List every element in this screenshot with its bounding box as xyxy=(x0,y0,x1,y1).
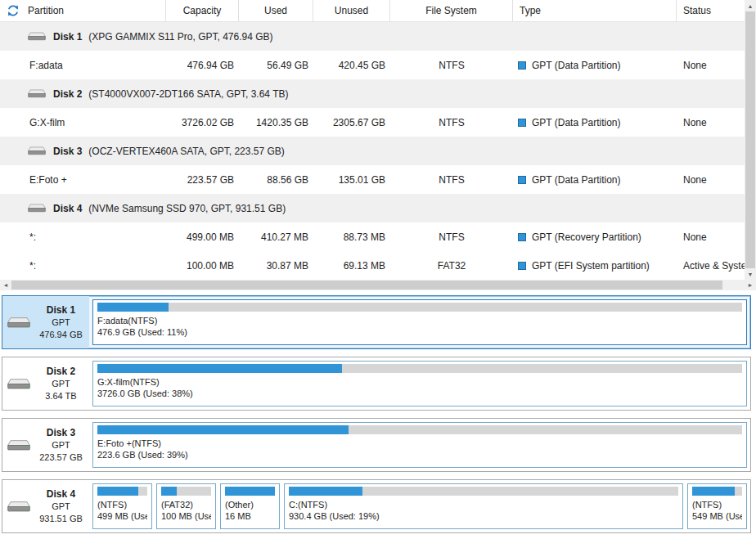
disk-meta: Disk 1 GPT 476.94 GB xyxy=(33,304,89,341)
disk-meta: Disk 3 GPT 223.57 GB xyxy=(33,427,89,464)
usage-strip xyxy=(692,487,742,496)
used-cell: 1420.35 GB xyxy=(239,117,313,128)
partition-row-recovery[interactable]: *: 499.00 MB 410.27 MB 88.73 MB NTFS GPT… xyxy=(0,222,745,251)
partition-label: (Other) xyxy=(225,499,275,510)
partition-type-color-icon xyxy=(518,233,526,241)
usage-strip xyxy=(97,425,742,434)
partition-block-gxfilm[interactable]: G:X-film(NTFS) 3726.0 GB (Used: 38%) xyxy=(92,361,747,406)
partition-detail: 100 MB (Used xyxy=(161,510,211,522)
disk-group-row-1[interactable]: Disk 1 (XPG GAMMIX S11 Pro, GPT, 476.94 … xyxy=(0,22,745,51)
disk-info: (ST4000VX007-2DT166 SATA, GPT, 3.64 TB) xyxy=(88,88,288,100)
disk-name: Disk 2 xyxy=(33,366,89,378)
partition-row-efi[interactable]: *: 100.00 MB 30.87 MB 69.13 MB FAT32 GPT… xyxy=(0,251,745,280)
partition-strip-area: E:Foto +(NTFS) 223.6 GB (Used: 39%) xyxy=(89,419,750,471)
partition-label: C:(NTFS) xyxy=(289,499,678,510)
disk-size: 3.64 TB xyxy=(33,390,89,402)
disk-name: Disk 3 xyxy=(33,427,89,439)
column-header-type[interactable]: Type xyxy=(513,0,677,21)
column-header-status[interactable]: Status xyxy=(677,0,745,21)
partition-block-fadata[interactable]: F:adata(NTFS) 476.9 GB (Used: 11%) xyxy=(92,299,747,345)
partition-block-recovery[interactable]: (NTFS) 499 MB (Used xyxy=(92,483,152,529)
partition-type-color-icon xyxy=(518,61,526,70)
vertical-scrollbar-thumb[interactable] xyxy=(745,11,755,268)
column-header-file-system[interactable]: File System xyxy=(390,0,513,21)
partition-name-cell: E:Foto + xyxy=(0,174,166,186)
partition-strip-area: G:X-film(NTFS) 3726.0 GB (Used: 38%) xyxy=(89,357,750,410)
column-header-unused[interactable]: Unused xyxy=(313,0,390,21)
partition-strip-area: F:adata(NTFS) 476.9 GB (Used: 11%) xyxy=(89,296,750,348)
scroll-right-icon[interactable]: ► xyxy=(745,280,756,290)
type-label: GPT (Data Partition) xyxy=(532,174,620,186)
horizontal-scrollbar-track[interactable] xyxy=(11,280,745,290)
disk-group-row-4[interactable]: Disk 4 (NVMe Samsung SSD 970, GPT, 931.5… xyxy=(0,194,745,222)
type-label: GPT (Data Partition) xyxy=(532,117,620,128)
hard-disk-icon xyxy=(7,316,31,330)
disk-group-row-3[interactable]: Disk 3 (OCZ-VERTEX460A SATA, GPT, 223.57… xyxy=(0,137,745,165)
vertical-scrollbar[interactable]: ▲ ▼ xyxy=(745,0,756,280)
disk-info: (NVMe Samsung SSD 970, GPT, 931.51 GB) xyxy=(88,203,286,214)
partition-row-gxfilm[interactable]: G:X-film 3726.02 GB 1420.35 GB 2305.67 G… xyxy=(0,108,745,137)
used-cell: 30.87 MB xyxy=(239,260,313,272)
disk-name: Disk 4 xyxy=(33,488,89,501)
hard-disk-icon xyxy=(7,500,31,514)
disk-scheme: GPT xyxy=(33,501,89,513)
horizontal-scrollbar[interactable]: ◄ ► xyxy=(0,280,756,290)
refresh-icon[interactable] xyxy=(7,4,20,17)
capacity-cell: 499.00 MB xyxy=(166,231,239,243)
type-label: GPT (Recovery Partition) xyxy=(532,231,641,243)
usage-strip xyxy=(97,303,742,312)
scroll-down-icon[interactable]: ▼ xyxy=(745,268,756,280)
type-cell: GPT (Data Partition) xyxy=(513,60,677,71)
partition-label: (NTFS) xyxy=(692,499,742,510)
disk-group-row-2[interactable]: Disk 2 (ST4000VX007-2DT166 SATA, GPT, 3.… xyxy=(0,79,745,108)
table-header: Partition Capacity Used Unused File Syst… xyxy=(0,0,745,22)
partition-label: F:adata(NTFS) xyxy=(97,315,742,326)
partition-manager-window: Partition Capacity Used Unused File Syst… xyxy=(0,0,756,539)
partition-block-recovery2[interactable]: (NTFS) 549 MB (Used xyxy=(687,483,747,529)
unused-cell: 88.73 MB xyxy=(313,231,390,243)
status-cell: None xyxy=(677,117,745,128)
horizontal-scrollbar-thumb[interactable] xyxy=(11,281,722,290)
disk-label: Disk 3 GPT 223.57 GB xyxy=(2,419,89,471)
used-cell: 88.56 GB xyxy=(239,174,313,186)
partition-block-efi[interactable]: (FAT32) 100 MB (Used xyxy=(156,483,216,529)
partition-detail: 930.4 GB (Used: 19%) xyxy=(289,510,678,522)
partition-label: (NTFS) xyxy=(97,499,147,510)
unused-cell: 2305.67 GB xyxy=(313,117,390,128)
disk-map-panel-2[interactable]: Disk 2 GPT 3.64 TB G:X-film(NTFS) 3726.0… xyxy=(2,357,751,411)
scroll-left-icon[interactable]: ◄ xyxy=(0,280,11,290)
type-cell: GPT (Data Partition) xyxy=(513,174,677,186)
partition-row-efoto[interactable]: E:Foto + 223.57 GB 88.56 GB 135.01 GB NT… xyxy=(0,165,745,194)
column-header-capacity[interactable]: Capacity xyxy=(166,0,239,21)
partition-block-msr[interactable]: (Other) 16 MB xyxy=(220,483,280,529)
disk-map-panel-1[interactable]: Disk 1 GPT 476.94 GB F:adata(NTFS) 476.9… xyxy=(2,295,751,349)
disk-name: Disk 3 xyxy=(53,146,82,157)
partition-detail: 476.9 GB (Used: 11%) xyxy=(97,326,742,338)
partition-detail: 223.6 GB (Used: 39%) xyxy=(97,449,742,460)
disk-name: Disk 2 xyxy=(53,88,82,100)
column-header-used[interactable]: Used xyxy=(239,0,313,21)
disk-map-panel-3[interactable]: Disk 3 GPT 223.57 GB E:Foto +(NTFS) 223.… xyxy=(2,418,751,472)
used-space-fill xyxy=(97,364,342,373)
disk-meta: Disk 2 GPT 3.64 TB xyxy=(33,366,89,402)
disk-group-cell: Disk 3 (OCZ-VERTEX460A SATA, GPT, 223.57… xyxy=(0,146,745,157)
disk-map-panel-4[interactable]: Disk 4 GPT 931.51 GB (NTFS) 499 MB (Used xyxy=(2,479,751,533)
disk-group-cell: Disk 4 (NVMe Samsung SSD 970, GPT, 931.5… xyxy=(0,203,745,214)
partition-block-c[interactable]: C:(NTFS) 930.4 GB (Used: 19%) xyxy=(284,483,683,529)
disk-name: Disk 4 xyxy=(53,203,82,214)
type-label: GPT (EFI System partition) xyxy=(532,260,650,272)
partition-type-color-icon xyxy=(518,119,526,127)
partition-row-fadata[interactable]: F:adata 476.94 GB 56.49 GB 420.45 GB NTF… xyxy=(0,51,745,79)
disk-scheme: GPT xyxy=(33,439,89,451)
capacity-cell: 223.57 GB xyxy=(166,174,239,186)
type-cell: GPT (Data Partition) xyxy=(513,117,677,128)
unused-cell: 135.01 GB xyxy=(313,174,390,186)
disk-scheme: GPT xyxy=(33,378,89,390)
file-system-cell: NTFS xyxy=(390,117,513,128)
hard-disk-icon xyxy=(27,88,47,99)
disk-label: Disk 4 GPT 931.51 GB xyxy=(2,480,89,532)
scroll-up-icon[interactable]: ▲ xyxy=(745,0,756,11)
column-header-partition[interactable]: Partition xyxy=(0,0,166,21)
status-cell: None xyxy=(677,60,745,71)
partition-block-efoto[interactable]: E:Foto +(NTFS) 223.6 GB (Used: 39%) xyxy=(92,422,747,468)
